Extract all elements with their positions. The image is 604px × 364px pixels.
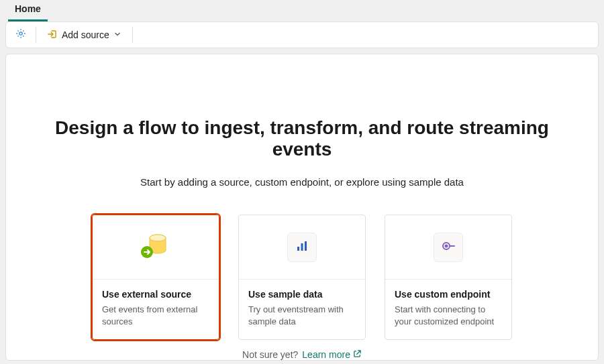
card-body: Use custom endpoint Start with connectin…	[385, 280, 511, 339]
tab-home[interactable]: Home	[8, 0, 48, 21]
main-area: Design a flow to ingest, transform, and …	[0, 54, 604, 361]
gear-icon	[15, 27, 27, 42]
svg-point-2	[150, 235, 166, 241]
card-icon-area	[385, 215, 511, 280]
card-desc: Start with connecting to your customized…	[395, 304, 502, 327]
toolbar-container: Add source	[0, 21, 604, 54]
endpoint-icon	[441, 239, 456, 256]
icon-tile	[287, 233, 317, 262]
card-icon-area	[239, 215, 365, 280]
svg-rect-4	[297, 247, 299, 251]
database-arrow-icon	[138, 228, 174, 267]
card-custom-endpoint[interactable]: Use custom endpoint Start with connectin…	[385, 215, 512, 340]
not-sure-row: Not sure yet? Learn more	[6, 349, 598, 360]
card-title: Use custom endpoint	[395, 289, 502, 300]
page-title: Design a flow to ingest, transform, and …	[6, 117, 598, 160]
option-cards-row: Use external source Get events from exte…	[6, 215, 598, 340]
svg-point-0	[19, 32, 22, 35]
card-desc: Try out eventstream with sample data	[248, 304, 356, 327]
card-body: Use external source Get events from exte…	[93, 280, 219, 339]
add-source-icon	[47, 29, 58, 42]
card-icon-area	[93, 215, 219, 280]
add-source-label: Add source	[62, 29, 109, 40]
learn-more-link[interactable]: Learn more	[302, 349, 362, 360]
main-canvas: Design a flow to ingest, transform, and …	[5, 54, 599, 361]
add-source-button[interactable]: Add source	[42, 26, 127, 44]
card-desc: Get events from external sources	[102, 304, 209, 327]
card-title: Use sample data	[248, 289, 356, 300]
chevron-down-icon	[113, 29, 121, 40]
learn-more-label: Learn more	[302, 349, 350, 360]
toolbar-separator-2	[132, 27, 133, 43]
card-sample-data[interactable]: Use sample data Try out eventstream with…	[238, 215, 366, 340]
icon-tile	[434, 233, 463, 262]
svg-rect-5	[301, 243, 303, 251]
svg-point-8	[446, 245, 448, 247]
svg-rect-6	[305, 241, 307, 251]
card-title: Use external source	[102, 289, 209, 300]
settings-button[interactable]	[11, 25, 30, 44]
card-external-source[interactable]: Use external source Get events from exte…	[92, 215, 219, 340]
bar-chart-icon	[295, 239, 309, 256]
tab-bar: Home	[0, 0, 604, 21]
external-link-icon	[353, 349, 362, 360]
toolbar: Add source	[5, 21, 599, 48]
card-body: Use sample data Try out eventstream with…	[239, 280, 365, 339]
not-sure-label: Not sure yet?	[242, 349, 298, 360]
toolbar-separator	[36, 27, 36, 43]
page-subtitle: Start by adding a source, custom endpoin…	[6, 176, 598, 188]
